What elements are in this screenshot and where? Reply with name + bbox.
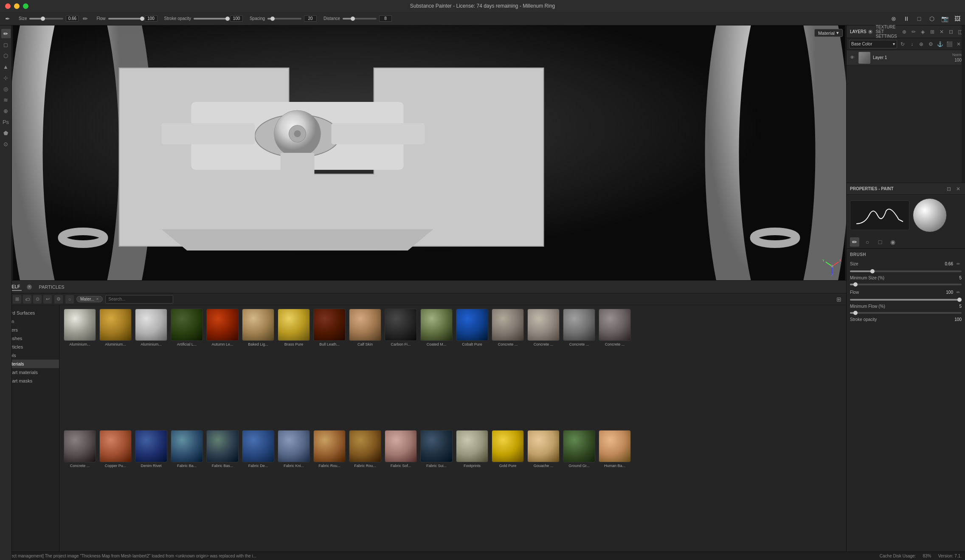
texture-set-settings-tab[interactable]: TEXTURE SET SETTINGS [876,25,897,39]
material-item-baked-light[interactable]: Baked Lig... [241,309,275,346]
particles-tab[interactable]: PARTICLES [37,284,66,290]
material-item-fabric-suede[interactable]: Fabric Sui... [419,430,453,468]
mesh-selection-tool[interactable]: ⊙ [1,139,11,149]
brush-size-slider[interactable] [850,270,962,272]
smudge-tool[interactable]: ≋ [1,95,11,104]
material-item-aluminium1[interactable]: Aluminium... [63,309,97,346]
add-folder-icon[interactable]: ⊞ [928,28,936,36]
material-item-aluminium2[interactable]: Aluminium... [98,309,132,346]
shelf-tab-close[interactable]: ✕ [27,284,32,290]
material-item-human-base[interactable]: Human Ba... [598,430,632,468]
shelf-link-icon[interactable]: ⊙ [33,295,42,304]
material-item-gold-pure[interactable]: Gold Pure [491,430,525,468]
shelf-filter-chip-close[interactable]: ✕ [96,297,99,301]
brush-curve-preview[interactable] [850,200,909,230]
select-tool[interactable]: ⊹ [1,73,11,82]
material-item-copper-pure[interactable]: Copper Pu... [98,430,132,468]
brush-sphere-tab[interactable]: ◉ [888,237,897,247]
material-item-artificial-leaves[interactable]: Artificial L... [170,309,204,346]
material-item-fabric-soft[interactable]: Fabric Sof... [384,430,418,468]
add-fill-layer-icon[interactable]: ⊕ [900,28,908,36]
symmetry-icon[interactable]: ⊗ [889,14,898,23]
material-item-carbon-fiber[interactable]: Carbon Fi... [384,309,418,346]
layers-channel-add-icon[interactable]: ⊕ [917,40,925,48]
shelf-grid-icon[interactable]: ⊞ [13,295,21,304]
right-panel-scrollbar[interactable] [962,25,965,183]
layer-visibility-icon[interactable]: 👁 [850,55,856,61]
3d-view-icon[interactable]: ⬡ [928,14,936,23]
layer-opacity[interactable]: 100 [954,58,962,62]
material-item-fabric-base2[interactable]: Fabric Bas... [205,430,239,468]
material-item-brass-pure[interactable]: Brass Pure [277,309,311,346]
window-controls[interactable] [5,3,28,9]
distance-value[interactable]: 8 [379,15,392,22]
properties-expand-icon[interactable]: ⊡ [945,186,952,192]
brush-circle-tab[interactable]: ○ [863,237,872,247]
layers-import-icon[interactable]: ↓ [908,40,916,48]
material-item-ground-gravel[interactable]: Ground Gr... [562,430,596,468]
stroke-opacity-slider[interactable] [194,18,228,20]
size-lock-icon[interactable]: ✏ [81,14,90,23]
material-item-footprints[interactable]: Footprints [455,430,489,468]
material-item-fabric-denim[interactable]: Fabric De... [241,430,275,468]
project-tool[interactable]: ⬡ [1,51,11,60]
polygon-fill-tool[interactable]: ⬟ [1,128,11,138]
material-item-concrete3[interactable]: Concrete ... [562,309,596,346]
material-item-bull-leather[interactable]: Bull Leath... [312,309,346,346]
2d-view-icon[interactable]: □ [915,14,923,23]
flow-edit-icon[interactable]: ✏ [955,289,962,295]
material-item-coated[interactable]: Coated M... [419,309,453,346]
layers-settings-icon[interactable]: ⚙ [927,40,934,48]
flow-slider[interactable] [108,18,142,20]
stamp-tool[interactable]: Ps [1,117,11,127]
shelf-filter-chip[interactable]: Mater... ✕ [76,296,103,302]
material-item-denim-rivet[interactable]: Denim Rivet [134,430,168,468]
size-slider[interactable] [29,18,63,20]
layers-bake-icon[interactable]: ⬛ [945,40,953,48]
min-flow-slider[interactable] [850,312,962,314]
shelf-search-mode-icon[interactable]: ○ [65,295,74,304]
layers-channel-dropdown[interactable]: Base Color ▾ [849,40,897,48]
add-filter-icon[interactable]: ◈ [919,28,927,36]
grid-view-toggle[interactable]: ⊞ [834,295,844,304]
blur-tool[interactable]: ◎ [1,84,11,93]
viewport-3d[interactable]: Material ▾ X Y Z [12,25,846,280]
close-button[interactable] [5,3,11,9]
material-item-cobalt-pure[interactable]: Cobalt Pure [455,309,489,346]
camera-icon[interactable]: 📷 [940,14,949,23]
brush-paint-tab[interactable]: ✏ [850,237,859,247]
material-item-aluminium3[interactable]: Aluminium... [134,309,168,346]
clone-tool[interactable]: ⊕ [1,106,11,115]
properties-close-icon[interactable]: ✕ [955,186,962,192]
layers-tab-close[interactable]: ✕ [868,30,872,34]
add-paint-layer-icon[interactable]: ✏ [910,28,917,36]
erase-tool[interactable]: ◻ [1,40,11,49]
material-item-concrete1[interactable]: Concrete ... [491,309,525,346]
flow-value[interactable]: 100 [145,15,158,22]
fill-tool[interactable]: ▲ [1,62,11,71]
shelf-filter-icon[interactable]: ⚙ [54,295,63,304]
min-size-slider[interactable] [850,284,962,285]
size-value[interactable]: 0.66 [66,15,79,22]
maximize-button[interactable] [23,3,28,9]
layers-tab[interactable]: LAYERS ✕ [850,29,872,34]
shelf-search-input[interactable] [105,295,173,304]
material-item-fabric-rough1[interactable]: Fabric Rou... [312,430,346,468]
material-dropdown[interactable]: Material ▾ [814,29,843,37]
layer-blend-mode[interactable]: Norm [952,53,962,57]
spacing-value[interactable]: 20 [304,15,317,22]
material-item-autumn-leaves[interactable]: Autumn Le... [205,309,239,346]
material-item-concrete4[interactable]: Concrete ... [598,309,632,346]
delete-layer-icon[interactable]: ✕ [938,28,945,36]
paint-tool[interactable]: ✏ [1,29,11,38]
shelf-tag-icon[interactable]: 🏷 [23,295,31,304]
spacing-slider[interactable] [267,18,301,20]
material-item-fabric-rough2[interactable]: Fabric Rou... [348,430,382,468]
minimize-button[interactable] [14,3,20,9]
shelf-import-icon[interactable]: ↩ [43,295,52,304]
material-item-concrete5[interactable]: Concrete ... [63,430,97,468]
duplicate-layer-icon[interactable]: ⊡ [947,28,955,36]
distance-slider[interactable] [343,18,377,20]
viewport[interactable]: Material ▾ X Y Z [12,25,846,280]
brush-size-edit-icon[interactable]: ✏ [955,260,962,267]
